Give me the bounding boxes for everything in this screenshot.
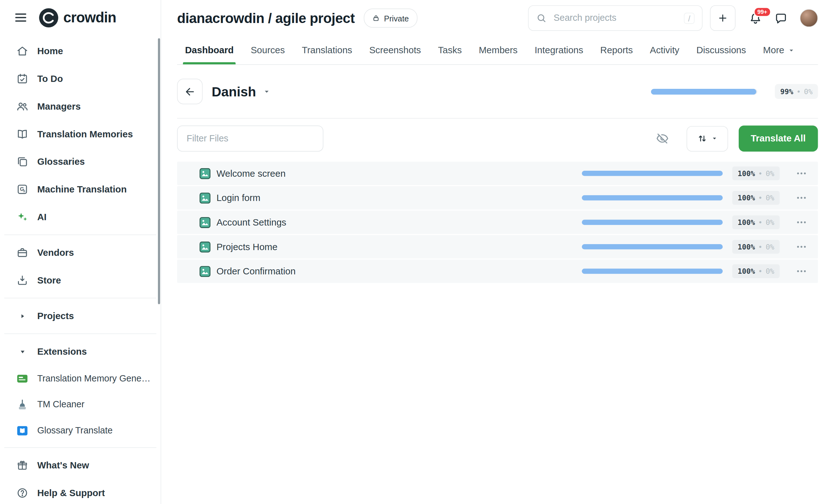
topbar-actions: / 99+ (528, 5, 818, 31)
sidebar-item-ai[interactable]: AI (0, 203, 161, 231)
sidebar-item-tm-cleaner[interactable]: TM Cleaner (0, 392, 161, 418)
sidebar-item-whats-new[interactable]: What's New (0, 451, 161, 479)
hamburger-menu-button[interactable] (13, 9, 29, 26)
ellipsis-icon (796, 216, 807, 228)
search-shortcut-hint: / (684, 13, 695, 24)
language-header: Danish 99% • 0% (177, 65, 818, 119)
sidebar-item-label: Translation Memory Gene… (37, 373, 150, 384)
file-menu-button[interactable] (791, 192, 812, 203)
back-button[interactable] (177, 79, 203, 104)
gift-icon (16, 460, 28, 471)
tab-tasks[interactable]: Tasks (438, 36, 462, 64)
sidebar-item-label: Projects (37, 310, 74, 321)
chevron-down-icon (788, 47, 794, 53)
sidebar-item-label: TM Cleaner (37, 399, 84, 410)
file-progress-stats: 100% • 0% (732, 215, 780, 229)
sidebar-item-label: Extensions (37, 346, 87, 357)
arrow-left-icon (184, 86, 195, 97)
tab-translations[interactable]: Translations (301, 36, 353, 64)
search-input[interactable] (553, 12, 678, 24)
file-menu-button[interactable] (791, 265, 812, 277)
sidebar-item-glossary-translate[interactable]: Glossary Translate (0, 417, 161, 444)
sidebar-item-home[interactable]: Home (0, 37, 161, 65)
file-menu-button[interactable] (791, 241, 812, 253)
tab-screenshots[interactable]: Screenshots (369, 36, 421, 64)
ellipsis-icon (796, 168, 807, 179)
file-menu-button[interactable] (791, 168, 812, 179)
sidebar-item-translation-memories[interactable]: Translation Memories (0, 120, 161, 148)
tab-integrations[interactable]: Integrations (534, 36, 584, 64)
file-row[interactable]: Order Confirmation 100% • 0% (177, 260, 818, 283)
image-file-icon (199, 168, 210, 179)
tab-sources[interactable]: Sources (250, 36, 285, 64)
vendors-briefcase-icon (16, 247, 28, 258)
tab-members[interactable]: Members (478, 36, 518, 64)
sidebar-item-machine-translation[interactable]: Ga Machine Translation (0, 175, 161, 203)
tab-reports[interactable]: Reports (600, 36, 633, 64)
file-progress-stats: 100% • 0% (732, 240, 780, 254)
sidebar-nav: Home To Do Managers Translation Memories… (0, 35, 161, 504)
file-list: Welcome screen 100% • 0% Login form 100%… (177, 162, 818, 283)
sidebar-item-glossaries[interactable]: Glossaries (0, 148, 161, 175)
sidebar-item-store[interactable]: Store (0, 266, 161, 294)
file-name[interactable]: Projects Home (216, 241, 278, 252)
sidebar-item-projects[interactable]: Projects (0, 302, 161, 330)
sort-button[interactable] (686, 126, 728, 151)
glossary-translate-icon (16, 425, 28, 436)
file-menu-button[interactable] (791, 216, 812, 228)
sidebar-divider (4, 334, 157, 334)
sidebar-item-managers[interactable]: Managers (0, 93, 161, 120)
file-progress-stats: 100% • 0% (732, 191, 780, 205)
sidebar-item-vendors[interactable]: Vendors (0, 239, 161, 266)
home-icon (16, 45, 28, 57)
approved-percent: 0% (804, 87, 812, 96)
language-dropdown-button[interactable] (263, 88, 270, 95)
sidebar-scrollbar[interactable] (158, 38, 160, 304)
file-name[interactable]: Welcome screen (216, 168, 286, 179)
create-project-button[interactable] (710, 5, 736, 31)
user-avatar[interactable] (800, 9, 818, 27)
sidebar-item-extensions[interactable]: Extensions (0, 338, 161, 365)
file-progress-bar (582, 171, 723, 176)
filter-files-input[interactable] (177, 125, 323, 152)
sidebar-item-todo[interactable]: To Do (0, 65, 161, 93)
file-name[interactable]: Account Settings (216, 217, 286, 228)
file-name[interactable]: Order Confirmation (216, 266, 295, 277)
chevron-right-icon (16, 310, 28, 322)
plus-icon (718, 13, 728, 24)
tab-more[interactable]: More (763, 36, 795, 64)
tab-activity[interactable]: Activity (649, 36, 680, 64)
files-toolbar: Translate All (177, 118, 818, 162)
file-row[interactable]: Projects Home 100% • 0% (177, 235, 818, 258)
translate-all-button[interactable]: Translate All (738, 125, 818, 152)
file-row[interactable]: Account Settings 100% • 0% (177, 211, 818, 234)
translated-percent: 99% (780, 87, 793, 96)
open-book-icon (16, 128, 28, 140)
file-row[interactable]: Welcome screen 100% • 0% (177, 162, 818, 185)
sidebar-item-label: What's New (37, 460, 89, 471)
sidebar-item-label: Help & Support (37, 487, 105, 498)
sidebar-item-tm-generator[interactable]: Translation Memory Gene… (0, 365, 161, 392)
crowdin-logo[interactable]: crowdin (39, 8, 116, 27)
image-file-icon (199, 192, 210, 203)
chevron-down-icon (16, 346, 28, 357)
file-name[interactable]: Login form (216, 192, 261, 203)
sidebar-item-label: Machine Translation (37, 184, 127, 195)
app-window: crowdin Home To Do Managers Translation … (0, 0, 819, 504)
notifications-button[interactable]: 99+ (749, 11, 762, 25)
file-row[interactable]: Login form 100% • 0% (177, 186, 818, 209)
chat-bubble-icon (774, 11, 787, 25)
tab-dashboard[interactable]: Dashboard (185, 36, 234, 64)
sidebar-item-label: Vendors (37, 247, 74, 258)
image-file-icon (199, 241, 210, 252)
hide-completed-toggle[interactable] (656, 132, 669, 145)
search-box: / (528, 5, 702, 31)
breadcrumb[interactable]: dianacrowdin / agile project (177, 10, 355, 26)
tm-cleaner-icon (16, 398, 28, 410)
language-name: Danish (212, 84, 256, 99)
topbar: dianacrowdin / agile project Private / 9… (177, 0, 818, 36)
project-tabs: Dashboard Sources Translations Screensho… (177, 36, 818, 65)
sidebar-item-help-support[interactable]: Help & Support (0, 479, 161, 504)
messages-button[interactable] (774, 11, 787, 25)
tab-discussions[interactable]: Discussions (696, 36, 747, 64)
